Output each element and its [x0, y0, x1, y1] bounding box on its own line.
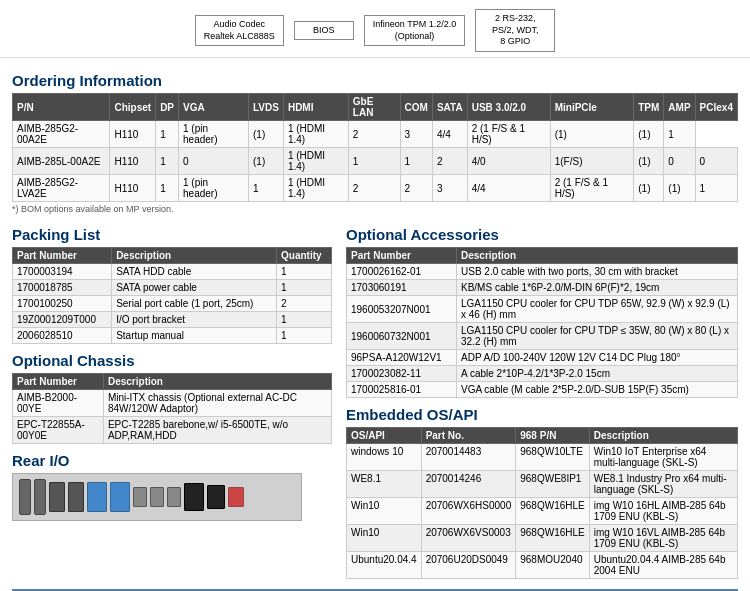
packing-list-title: Packing List	[12, 226, 332, 243]
rear-io-section: Rear I/O	[12, 452, 332, 521]
packing-col-header: Part Number	[13, 248, 112, 264]
ordering-cell: (1)	[248, 121, 283, 148]
port-power	[228, 487, 244, 507]
accessories-cell: LGA1150 CPU cooler for CPU TDP 65W, 92.9…	[457, 296, 738, 323]
ordering-cell: (1)	[634, 148, 664, 175]
right-column: Optional Accessories Part NumberDescript…	[346, 218, 738, 583]
accessories-cell: 1700025816-01	[347, 382, 457, 398]
os-cell: Win10	[347, 498, 422, 525]
os-row: Win1020706WX6VS0003968QW16HLEimg W10 16V…	[347, 525, 738, 552]
ordering-cell: 0	[695, 148, 737, 175]
port-ps2-2	[34, 479, 46, 515]
packing-col-header: Description	[112, 248, 277, 264]
accessories-header: Part NumberDescription	[347, 248, 738, 264]
ordering-cell: 4/0	[467, 148, 550, 175]
accessories-cell: 1960053207N001	[347, 296, 457, 323]
ordering-cell: 1 (HDMI 1.4)	[283, 121, 348, 148]
packing-list-table: Part NumberDescriptionQuantity 170000319…	[12, 247, 332, 344]
chassis-header: Part NumberDescription	[13, 374, 332, 390]
os-cell: Win10	[347, 525, 422, 552]
port-audio1	[133, 487, 147, 507]
chassis-row: EPC-T22855A-00Y0EEPC-T2285 barebone,w/ i…	[13, 417, 332, 444]
ordering-header: P/NChipsetDPVGALVDSHDMIGbE LANCOMSATAUSB…	[13, 94, 738, 121]
port-usb	[49, 482, 65, 512]
ordering-table: P/NChipsetDPVGALVDSHDMIGbE LANCOMSATAUSB…	[12, 93, 738, 202]
accessories-cell: A cable 2*10P-4.2/1*3P-2.0 15cm	[457, 366, 738, 382]
accessories-row: 1700025816-01VGA cable (M cable 2*5P-2.0…	[347, 382, 738, 398]
os-cell: 20706WX6HS0000	[421, 498, 516, 525]
chassis-cell: EPC-T2285 barebone,w/ i5-6500TE, w/o ADP…	[103, 417, 331, 444]
port-lan-2	[110, 482, 130, 512]
ordering-cell: 1	[156, 175, 179, 202]
accessories-cell: 1700023082-11	[347, 366, 457, 382]
accessories-row: 1703060191KB/MS cable 1*6P-2.0/M-DIN 6P(…	[347, 280, 738, 296]
ordering-cell: AIMB-285L-00A2E	[13, 148, 110, 175]
os-cell: Ubuntu20.04.4	[347, 552, 422, 579]
os-table: OS/APIPart No.968 P/NDescription windows…	[346, 427, 738, 579]
ordering-row: AIMB-285G2-LVA2EH11011 (pin header)11 (H…	[13, 175, 738, 202]
ordering-cell: 2	[400, 175, 432, 202]
port-audio3	[167, 487, 181, 507]
accessories-row: 1960053207N001LGA1150 CPU cooler for CPU…	[347, 296, 738, 323]
os-cell: 20706WX6VS0003	[421, 525, 516, 552]
ordering-cell: AIMB-285G2-00A2E	[13, 121, 110, 148]
diagram-boxes: Audio CodecRealtek ALC888S BIOS Infineon…	[195, 9, 555, 52]
ordering-cell: 2	[348, 175, 400, 202]
packing-cell: 1	[277, 328, 332, 344]
ordering-col-header: MiniPCIe	[550, 94, 634, 121]
packing-cell: SATA power cable	[112, 280, 277, 296]
accessories-table: Part NumberDescription 1700026162-01USB …	[346, 247, 738, 398]
packing-cell: 2006028510	[13, 328, 112, 344]
embedded-os-title: Embedded OS/API	[346, 406, 738, 423]
packing-cell: Startup manual	[112, 328, 277, 344]
os-cell: 968MOU2040	[516, 552, 589, 579]
accessories-cell: LGA1150 CPU cooler for CPU TDP ≤ 35W, 80…	[457, 323, 738, 350]
accessories-cell: USB 2.0 cable with two ports, 30 cm with…	[457, 264, 738, 280]
os-cell: windows 10	[347, 444, 422, 471]
os-cell: WE8.1	[347, 471, 422, 498]
ordering-cell: 1	[400, 148, 432, 175]
packing-cell: Serial port cable (1 port, 25cm)	[112, 296, 277, 312]
ordering-cell: (1)	[664, 175, 695, 202]
main-content: Ordering Information P/NChipsetDPVGALVDS…	[0, 58, 750, 591]
packing-cell: 1700100250	[13, 296, 112, 312]
os-cell: WE8.1 Industry Pro x64 multi-language (S…	[589, 471, 737, 498]
ordering-cell: (1)	[634, 175, 664, 202]
ordering-col-header: Chipset	[110, 94, 156, 121]
packing-row: 2006028510Startup manual1	[13, 328, 332, 344]
port-usb-2	[68, 482, 84, 512]
bom-note: *) BOM options available on MP version.	[12, 204, 738, 214]
ordering-cell: H110	[110, 148, 156, 175]
packing-col-header: Quantity	[277, 248, 332, 264]
os-col-header: Part No.	[421, 428, 516, 444]
ordering-cell: 1(F/S)	[550, 148, 634, 175]
ordering-title: Ordering Information	[12, 72, 738, 89]
ordering-cell: 1 (HDMI 1.4)	[283, 175, 348, 202]
ordering-cell: 0	[664, 148, 695, 175]
packing-row: 1700100250Serial port cable (1 port, 25c…	[13, 296, 332, 312]
packing-cell: 1	[277, 280, 332, 296]
ordering-cell: 2 (1 F/S & 1 H/S)	[467, 121, 550, 148]
ordering-col-header: AMP	[664, 94, 695, 121]
ordering-col-header: VGA	[179, 94, 249, 121]
rear-io-image	[12, 473, 302, 521]
packing-cell: 19Z0001209T000	[13, 312, 112, 328]
ordering-row: AIMB-285L-00A2EH11010(1)1 (HDMI 1.4)1124…	[13, 148, 738, 175]
packing-cell: 1	[277, 312, 332, 328]
accessories-col-header: Description	[457, 248, 738, 264]
accessories-cell: VGA cable (M cable 2*5P-2.0/D-SUB 15P(F)…	[457, 382, 738, 398]
port-ps2	[19, 479, 31, 515]
port-dp	[184, 483, 204, 511]
ordering-col-header: HDMI	[283, 94, 348, 121]
accessories-cell: ADP A/D 100-240V 120W 12V C14 DC Plug 18…	[457, 350, 738, 366]
chassis-row: AIMB-B2000-00YEMini-ITX chassis (Optiona…	[13, 390, 332, 417]
accessories-row: 96PSA-A120W12V1ADP A/D 100-240V 120W 12V…	[347, 350, 738, 366]
optional-chassis-table: Part NumberDescription AIMB-B2000-00YEMi…	[12, 373, 332, 444]
chassis-col-header: Part Number	[13, 374, 104, 390]
ordering-col-header: GbE LAN	[348, 94, 400, 121]
os-row: WE8.12070014246968QWE8IP1WE8.1 Industry …	[347, 471, 738, 498]
accessories-cell: 96PSA-A120W12V1	[347, 350, 457, 366]
os-row: Win1020706WX6HS0000968QW16HLEimg W10 16H…	[347, 498, 738, 525]
port-audio2	[150, 487, 164, 507]
ordering-cell: (1)	[550, 121, 634, 148]
